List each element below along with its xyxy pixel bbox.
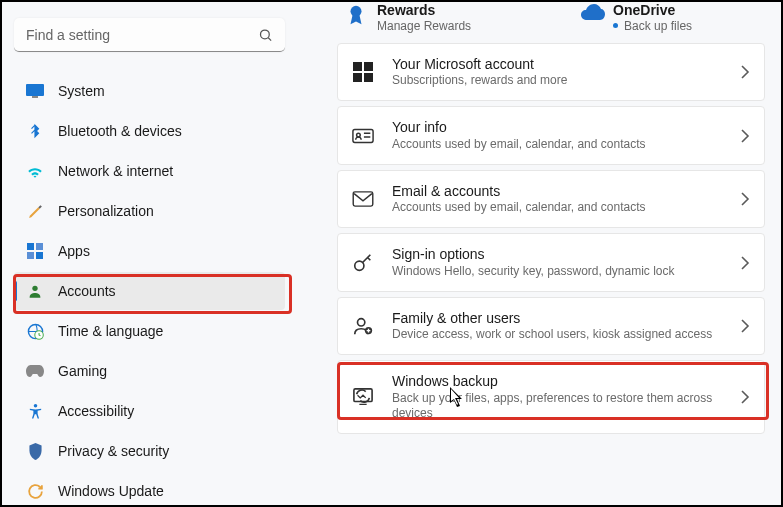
sidebar-item-label: System (58, 83, 105, 99)
sidebar-item-label: Bluetooth & devices (58, 123, 182, 139)
svg-point-21 (358, 319, 365, 326)
windows-icon (352, 61, 374, 83)
svg-rect-6 (27, 252, 34, 259)
chevron-right-icon (740, 129, 750, 143)
sidebar-item-label: Apps (58, 243, 90, 259)
person-icon (26, 282, 44, 300)
card-title: Your Microsoft account (392, 56, 722, 74)
shield-icon (26, 442, 44, 460)
card-family-other-users[interactable]: Family & other users Device access, work… (337, 297, 765, 356)
sidebar-item-time[interactable]: Time & language (14, 312, 285, 350)
chevron-right-icon (740, 319, 750, 333)
card-subtitle: Device access, work or school users, kio… (392, 327, 722, 342)
card-title: Email & accounts (392, 183, 722, 201)
svg-rect-3 (32, 96, 38, 98)
card-title: Your info (392, 119, 722, 137)
sidebar-item-bluetooth[interactable]: Bluetooth & devices (14, 112, 285, 150)
rewards-title: Rewards (377, 2, 471, 19)
chevron-right-icon (740, 65, 750, 79)
svg-rect-2 (26, 84, 44, 96)
svg-point-8 (32, 286, 37, 291)
svg-rect-7 (36, 252, 43, 259)
sidebar-item-label: Accessibility (58, 403, 134, 419)
onedrive-title: OneDrive (613, 2, 692, 19)
settings-nav: System Bluetooth & devices Network & int… (14, 72, 285, 507)
sidebar-item-label: Network & internet (58, 163, 173, 179)
svg-rect-15 (353, 73, 362, 82)
svg-rect-16 (364, 73, 373, 82)
search-input[interactable] (14, 18, 285, 52)
apps-icon (26, 242, 44, 260)
svg-rect-13 (353, 62, 362, 71)
sidebar-item-network[interactable]: Network & internet (14, 152, 285, 190)
sidebar-item-gaming[interactable]: Gaming (14, 352, 285, 390)
rewards-icon (345, 4, 367, 26)
display-icon (26, 82, 44, 100)
globe-clock-icon (26, 322, 44, 340)
account-summary-row: Rewards Manage Rewards OneDrive Back up … (337, 2, 765, 33)
sidebar-item-label: Personalization (58, 203, 154, 219)
card-subtitle: Back up your files, apps, preferences to… (392, 391, 722, 421)
paintbrush-icon (26, 202, 44, 220)
chevron-right-icon (740, 256, 750, 270)
svg-point-11 (33, 404, 37, 408)
id-card-icon (352, 125, 374, 147)
bluetooth-icon (26, 122, 44, 140)
search-box[interactable] (14, 18, 285, 52)
card-title: Sign-in options (392, 246, 722, 264)
accessibility-icon (26, 402, 44, 420)
chevron-right-icon (740, 390, 750, 404)
card-subtitle: Windows Hello, security key, password, d… (392, 264, 722, 279)
card-subtitle: Accounts used by email, calendar, and co… (392, 200, 722, 215)
status-dot-icon (613, 23, 618, 28)
sidebar-item-accounts[interactable]: Accounts (14, 272, 285, 310)
svg-rect-5 (36, 243, 43, 250)
sidebar-item-update[interactable]: Windows Update (14, 472, 285, 507)
sidebar-item-label: Gaming (58, 363, 107, 379)
sidebar-item-label: Windows Update (58, 483, 164, 499)
svg-point-12 (351, 6, 362, 17)
svg-rect-14 (364, 62, 373, 71)
card-your-info[interactable]: Your info Accounts used by email, calend… (337, 106, 765, 165)
backup-sync-icon (352, 386, 374, 408)
sidebar-item-label: Accounts (58, 283, 116, 299)
settings-card-list: Your Microsoft account Subscriptions, re… (337, 43, 765, 434)
rewards-tile[interactable]: Rewards Manage Rewards (345, 2, 471, 33)
key-icon (352, 252, 374, 274)
sidebar-item-label: Time & language (58, 323, 163, 339)
card-microsoft-account[interactable]: Your Microsoft account Subscriptions, re… (337, 43, 765, 102)
update-icon (26, 482, 44, 500)
card-email-accounts[interactable]: Email & accounts Accounts used by email,… (337, 170, 765, 229)
sidebar-item-system[interactable]: System (14, 72, 285, 110)
sidebar-item-label: Privacy & security (58, 443, 169, 459)
mail-icon (352, 188, 374, 210)
svg-rect-19 (353, 192, 373, 206)
gamepad-icon (26, 362, 44, 380)
sidebar-item-apps[interactable]: Apps (14, 232, 285, 270)
person-add-icon (352, 315, 374, 337)
card-title: Family & other users (392, 310, 722, 328)
onedrive-icon (581, 4, 603, 26)
sidebar-item-privacy[interactable]: Privacy & security (14, 432, 285, 470)
wifi-icon (26, 162, 44, 180)
card-subtitle: Subscriptions, rewards and more (392, 73, 722, 88)
card-signin-options[interactable]: Sign-in options Windows Hello, security … (337, 233, 765, 292)
card-title: Windows backup (392, 373, 722, 391)
sidebar-item-accessibility[interactable]: Accessibility (14, 392, 285, 430)
onedrive-tile[interactable]: OneDrive Back up files (581, 2, 692, 33)
chevron-right-icon (740, 192, 750, 206)
rewards-subtitle: Manage Rewards (377, 19, 471, 33)
main-panel: Rewards Manage Rewards OneDrive Back up … (297, 2, 781, 505)
svg-rect-4 (27, 243, 34, 250)
sidebar-item-personalization[interactable]: Personalization (14, 192, 285, 230)
onedrive-subtitle: Back up files (613, 19, 692, 33)
card-subtitle: Accounts used by email, calendar, and co… (392, 137, 722, 152)
svg-rect-17 (353, 129, 373, 142)
card-windows-backup[interactable]: Windows backup Back up your files, apps,… (337, 360, 765, 434)
sidebar: System Bluetooth & devices Network & int… (2, 2, 297, 505)
